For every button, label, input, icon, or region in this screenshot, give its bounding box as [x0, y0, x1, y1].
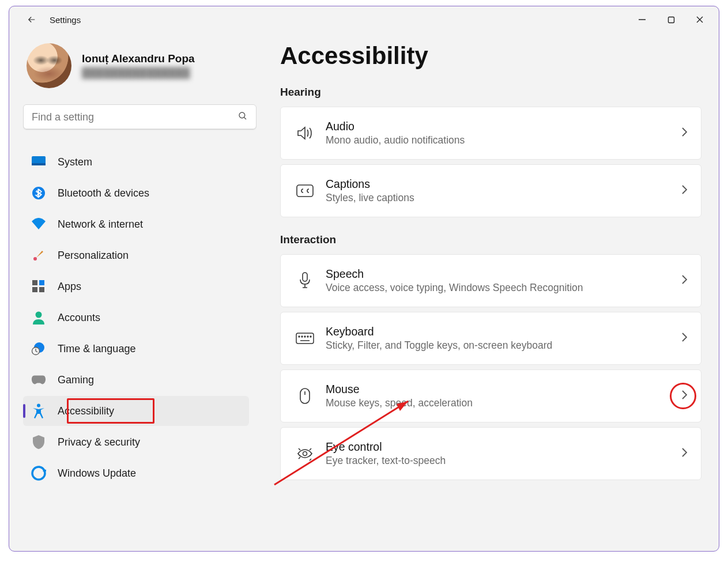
chevron-right-icon: [680, 127, 688, 139]
sidebar-item-network[interactable]: Network & internet: [23, 209, 249, 239]
chevron-right-icon: [680, 184, 688, 197]
sidebar-item-gaming[interactable]: Gaming: [23, 365, 249, 395]
mouse-icon: [292, 387, 318, 405]
nav-list: System Bluetooth & devices Network & int…: [23, 147, 249, 488]
titlebar: Settings: [9, 6, 719, 33]
svg-line-3: [244, 117, 246, 119]
card-title: Keyboard: [326, 325, 552, 338]
svg-point-12: [36, 312, 42, 318]
main-content: Accessibility Hearing Audio Mono audio, …: [257, 33, 719, 551]
sidebar-item-label: Apps: [58, 281, 81, 293]
sidebar-item-apps[interactable]: Apps: [23, 271, 249, 301]
shield-icon: [31, 435, 46, 450]
svg-rect-20: [303, 273, 307, 281]
brush-icon: [31, 248, 46, 263]
microphone-icon: [292, 272, 318, 289]
svg-point-23: [301, 336, 303, 337]
avatar: [27, 43, 71, 88]
sidebar-item-time-language[interactable]: Time & language: [23, 334, 249, 364]
search-box[interactable]: [23, 104, 257, 130]
sidebar-item-bluetooth[interactable]: Bluetooth & devices: [23, 178, 249, 208]
card-subtitle: Mouse keys, speed, acceleration: [326, 397, 473, 409]
sidebar: Ionuț Alexandru Popa ███████████████ Sys…: [9, 33, 257, 551]
keyboard-icon: [292, 333, 318, 344]
minimize-button[interactable]: [629, 10, 655, 29]
close-button[interactable]: [686, 10, 713, 29]
sidebar-item-label: Windows Update: [58, 467, 136, 480]
sidebar-item-label: Network & internet: [58, 218, 143, 231]
svg-rect-8: [32, 280, 37, 285]
setting-card-eye-control[interactable]: Eye control Eye tracker, text-to-speech: [280, 427, 701, 480]
sidebar-item-windows-update[interactable]: Windows Update: [23, 458, 249, 488]
svg-point-7: [33, 257, 37, 261]
setting-card-audio[interactable]: Audio Mono audio, audio notifications: [280, 107, 701, 160]
chevron-right-icon: [680, 390, 688, 402]
setting-card-mouse[interactable]: Mouse Mouse keys, speed, acceleration: [280, 369, 701, 422]
section-title-hearing: Hearing: [280, 86, 701, 99]
svg-point-22: [299, 336, 300, 337]
page-title: Accessibility: [280, 42, 701, 70]
apps-icon: [31, 279, 46, 294]
arrow-left-icon: [27, 14, 37, 25]
search-icon: [237, 111, 248, 123]
card-subtitle: Mono audio, audio notifications: [326, 134, 465, 146]
sidebar-item-system[interactable]: System: [23, 147, 249, 177]
window-controls: [629, 10, 713, 29]
svg-rect-28: [300, 388, 310, 403]
svg-rect-1: [668, 17, 674, 22]
clock-globe-icon: [31, 341, 46, 356]
card-subtitle: Eye tracker, text-to-speech: [326, 455, 446, 467]
chevron-right-icon: [680, 447, 688, 460]
audio-icon: [292, 126, 318, 141]
person-icon: [31, 310, 46, 325]
system-icon: [31, 154, 46, 169]
settings-window: Settings Ionuț Alexandru Popa ██████████…: [9, 6, 719, 552]
svg-point-24: [304, 336, 305, 337]
sidebar-item-label: System: [58, 156, 92, 168]
section-title-interaction: Interaction: [280, 233, 701, 246]
svg-point-25: [307, 336, 308, 337]
svg-point-26: [310, 336, 311, 337]
card-subtitle: Voice access, voice typing, Windows Spee…: [326, 282, 583, 294]
setting-card-keyboard[interactable]: Keyboard Sticky, Filter, and Toggle keys…: [280, 312, 701, 365]
sidebar-item-label: Privacy & security: [58, 436, 140, 448]
card-title: Mouse: [326, 383, 473, 396]
svg-rect-9: [39, 280, 44, 285]
svg-rect-19: [297, 185, 313, 197]
sidebar-item-accounts[interactable]: Accounts: [23, 303, 249, 333]
card-subtitle: Sticky, Filter, and Toggle keys, on-scre…: [326, 339, 552, 352]
sidebar-item-label: Time & language: [58, 343, 135, 355]
sidebar-item-label: Bluetooth & devices: [58, 187, 149, 199]
chevron-right-icon: [680, 332, 688, 345]
sidebar-item-label: Accessibility: [58, 405, 114, 417]
minimize-icon: [638, 16, 646, 24]
setting-card-speech[interactable]: Speech Voice access, voice typing, Windo…: [280, 254, 701, 307]
wifi-icon: [31, 217, 46, 232]
eye-icon: [292, 446, 318, 461]
setting-card-captions[interactable]: Captions Styles, live captions: [280, 164, 701, 217]
bluetooth-icon: [31, 186, 46, 201]
maximize-icon: [667, 16, 675, 24]
sidebar-item-label: Accounts: [58, 312, 100, 324]
app-title: Settings: [50, 15, 81, 25]
svg-rect-5: [32, 163, 46, 165]
sidebar-item-privacy[interactable]: Privacy & security: [23, 427, 249, 457]
search-input[interactable]: [32, 111, 237, 123]
user-email: ███████████████: [82, 67, 195, 79]
svg-rect-21: [296, 333, 314, 344]
card-title: Speech: [326, 267, 583, 281]
card-title: Captions: [326, 178, 414, 191]
sidebar-item-label: Personalization: [58, 250, 129, 262]
accessibility-icon: [31, 403, 46, 418]
card-subtitle: Styles, live captions: [326, 192, 414, 204]
card-title: Audio: [326, 120, 465, 133]
sidebar-item-accessibility[interactable]: Accessibility: [23, 396, 249, 426]
sidebar-item-personalization[interactable]: Personalization: [23, 240, 249, 270]
svg-rect-11: [39, 287, 44, 292]
user-name: Ionuț Alexandru Popa: [82, 52, 195, 65]
maximize-button[interactable]: [658, 10, 684, 29]
account-header[interactable]: Ionuț Alexandru Popa ███████████████: [23, 43, 249, 88]
svg-point-2: [239, 112, 245, 118]
back-button[interactable]: [21, 9, 43, 31]
svg-point-16: [37, 404, 40, 407]
